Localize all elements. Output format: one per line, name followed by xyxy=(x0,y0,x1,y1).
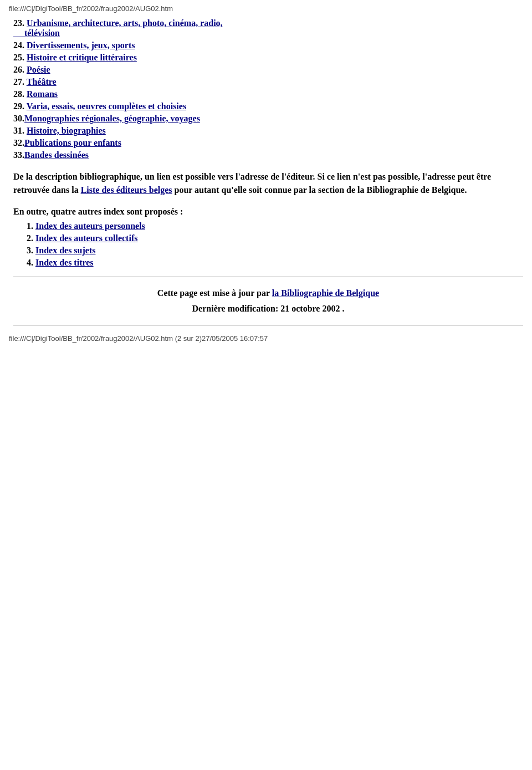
index-list: Index des auteurs personnels Index des a… xyxy=(35,221,523,268)
item-link-29[interactable]: Varia, essais, oeuvres complètes et choi… xyxy=(27,101,186,111)
item-link-24[interactable]: Divertissements, jeux, sports xyxy=(27,40,135,50)
lastmod-text: Dernière modification: 21 octobre 2002 . xyxy=(192,304,345,313)
list-item: Index des auteurs collectifs xyxy=(35,233,523,243)
item-link-26[interactable]: Poésie xyxy=(27,65,50,74)
item-link-23[interactable]: Urbanisme, architecture, arts, photo, ci… xyxy=(13,18,223,38)
bottom-address-bar: file:///C|/DigiTool/BB_fr/2002/fraug2002… xyxy=(9,334,523,343)
item-number-32: 32. xyxy=(13,138,24,147)
list-item: Index des titres xyxy=(35,258,523,268)
bottom-path: file:///C|/DigiTool/BB_fr/2002/fraug2002… xyxy=(9,334,268,343)
list-item-23: 23. Urbanisme, architecture, arts, photo… xyxy=(13,18,523,38)
item-number-28: 28. xyxy=(13,89,27,99)
list-item: Index des auteurs personnels xyxy=(35,221,523,231)
list-item-27: 27. Théâtre xyxy=(13,77,523,87)
item-number-30: 30. xyxy=(13,114,24,123)
item-number-29: 29. xyxy=(13,101,27,111)
list-item-33: 33.Bandes dessinées xyxy=(13,150,523,160)
item-link-31[interactable]: Histoire, biographies xyxy=(27,126,106,135)
index-sujets-link[interactable]: Index des sujets xyxy=(35,246,95,255)
item-number-25: 25. xyxy=(13,53,27,62)
file-path: file:///C|/DigiTool/BB_fr/2002/fraug2002… xyxy=(9,4,173,13)
item-link-28[interactable]: Romans xyxy=(27,89,58,99)
item-number-33: 33. xyxy=(13,150,24,160)
list-item-26: 26. Poésie xyxy=(13,65,523,75)
divider-bottom xyxy=(13,325,523,325)
list-item-31: 31. Histoire, biographies xyxy=(13,126,523,136)
list-item-28: 28. Romans xyxy=(13,89,523,99)
index-auteurs-personnels-link[interactable]: Index des auteurs personnels xyxy=(35,221,145,231)
item-link-30[interactable]: Monographies régionales, géographie, voy… xyxy=(24,114,200,123)
item-number-26: 26. xyxy=(13,65,27,74)
list-item-24: 24. Divertissements, jeux, sports xyxy=(13,40,523,50)
bibliographie-belgique-link[interactable]: la Bibliographie de Belgique xyxy=(272,288,379,298)
item-number-24: 24. xyxy=(13,40,27,50)
item-number-27: 27. xyxy=(13,77,27,86)
list-item-30: 30.Monographies régionales, géographie, … xyxy=(13,114,523,124)
index-auteurs-collectifs-link[interactable]: Index des auteurs collectifs xyxy=(35,233,137,243)
last-modified: Dernière modification: 21 octobre 2002 . xyxy=(13,304,523,314)
footer-center: Cette page est mise à jour par la Biblio… xyxy=(13,288,523,298)
item-link-27[interactable]: Théâtre xyxy=(27,77,57,86)
footer-text1: Cette page est mise à jour par xyxy=(157,288,272,298)
outre-paragraph: En outre, quatre autres index sont propo… xyxy=(13,207,523,217)
outre-label: En outre, quatre autres index sont propo… xyxy=(13,207,183,216)
list-item-29: 29. Varia, essais, oeuvres complètes et … xyxy=(13,101,523,111)
description-text2: pour autant qu'elle soit connue par la s… xyxy=(172,185,467,195)
item-number-23: 23. xyxy=(13,18,27,28)
top-address-bar: file:///C|/DigiTool/BB_fr/2002/fraug2002… xyxy=(9,4,523,13)
description-paragraph: De la description bibliographique, un li… xyxy=(13,170,523,197)
editeurs-belges-link[interactable]: Liste des éditeurs belges xyxy=(81,185,172,195)
content-area: 23. Urbanisme, architecture, arts, photo… xyxy=(13,18,523,325)
divider-top xyxy=(13,277,523,277)
item-number-31: 31. xyxy=(13,126,27,135)
item-link-33[interactable]: Bandes dessinées xyxy=(24,150,89,160)
index-titres-link[interactable]: Index des titres xyxy=(35,258,94,267)
list-item: Index des sujets xyxy=(35,246,523,256)
item-link-25[interactable]: Histoire et critique littéraires xyxy=(27,53,137,62)
list-item-32: 32.Publications pour enfants xyxy=(13,138,523,148)
item-link-32[interactable]: Publications pour enfants xyxy=(24,138,121,147)
list-item-25: 25. Histoire et critique littéraires xyxy=(13,53,523,63)
